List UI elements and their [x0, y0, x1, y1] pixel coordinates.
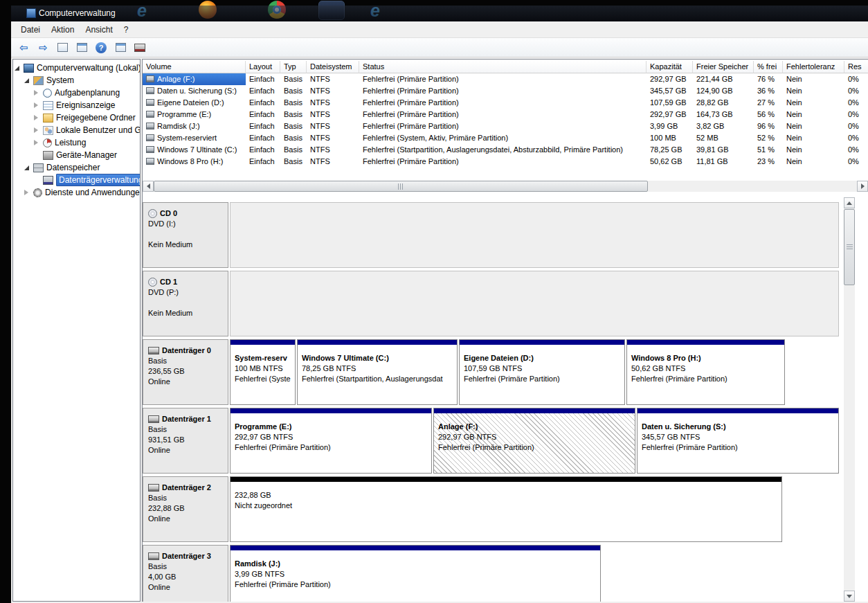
expander-open-icon[interactable]	[24, 75, 32, 85]
column-header-freier-speicher[interactable]: Freier Speicher	[693, 61, 754, 73]
cd0-empty-region[interactable]	[230, 202, 839, 268]
cd0-label[interactable]: CD 0 DVD (I:) Kein Medium	[143, 202, 228, 268]
sidebar-item-datentraegerverwaltung[interactable]: Datenträgerverwaltung	[13, 174, 140, 186]
export-list-icon[interactable]	[55, 41, 69, 55]
column-header-prozent-frei[interactable]: % frei	[754, 61, 783, 73]
expander-closed-icon[interactable]	[34, 125, 42, 135]
sidebar-item-leistung[interactable]: Leistung	[13, 136, 140, 149]
back-icon[interactable]: ⇦	[17, 41, 30, 55]
partition-ramdisk[interactable]: Ramdisk (J:) 3,99 GB NTFS Fehlerfrei (Pr…	[230, 545, 601, 602]
partition-title: Windows 8 Pro (H:)	[631, 353, 781, 363]
region-unallocated[interactable]: 232,88 GB Nicht zugeordnet	[230, 476, 782, 542]
partition-size: 50,62 GB NTFS	[631, 363, 781, 374]
vertical-scrollbar[interactable]	[844, 197, 855, 602]
volume-row-anlage[interactable]: Anlage (F:) Einfach Basis NTFS Fehlerfre…	[143, 73, 868, 85]
sidebar-item-freigegebene-ordner[interactable]: Freigegebene Ordner	[13, 111, 140, 124]
horizontal-scroll-thumb[interactable]	[154, 181, 648, 192]
volume-res: 0%	[844, 144, 868, 156]
volume-row-programme[interactable]: Programme (E:) Einfach Basis NTFS Fehler…	[143, 109, 868, 120]
scroll-down-button[interactable]	[844, 591, 855, 602]
column-header-fehlertoleranz[interactable]: Fehlertoleranz	[783, 61, 844, 73]
partition-title: System-reserv	[235, 353, 292, 363]
scroll-up-button[interactable]	[844, 197, 855, 208]
cd-icon	[148, 209, 157, 218]
volume-row-eigene-dateien[interactable]: Eigene Dateien (D:) Einfach Basis NTFS F…	[143, 97, 868, 109]
partition-windows-8[interactable]: Windows 8 Pro (H:) 50,62 GB NTFS Fehlerf…	[626, 339, 785, 405]
window-titlebar[interactable]: Computerverwaltung	[11, 6, 868, 21]
horizontal-scrollbar[interactable]	[143, 181, 868, 192]
volume-row-windows-8[interactable]: Windows 8 Pro (H:) Einfach Basis NTFS Fe…	[143, 156, 868, 168]
disk2-row: Datenträger 2 Basis 232,88 GB Online 232…	[143, 476, 839, 542]
expander-closed-icon[interactable]	[34, 138, 42, 147]
disk1-label[interactable]: Datenträger 1 Basis 931,51 GB Online	[143, 408, 228, 474]
unallocated-bar	[230, 477, 781, 482]
disk-tool-icon[interactable]	[133, 41, 147, 55]
volume-row-windows-7[interactable]: Windows 7 Ultinate (C:) Einfach Basis NT…	[143, 144, 868, 156]
properties-icon[interactable]	[114, 41, 127, 55]
volume-typ: Basis	[280, 109, 307, 120]
column-header-layout[interactable]: Layout	[246, 61, 280, 73]
disk0-label[interactable]: Datenträger 0 Basis 236,55 GB Online	[143, 339, 228, 405]
primary-partition-bar	[230, 408, 431, 413]
volume-fehlertoleranz: Nein	[783, 73, 844, 85]
window-title: Computerverwaltung	[39, 8, 116, 18]
sidebar-item-system[interactable]: System	[13, 74, 140, 87]
volume-freier-speicher: 52 MB	[693, 132, 754, 144]
partition-programme[interactable]: Programme (E:) 292,97 GB NTFS Fehlerfrei…	[230, 408, 432, 474]
forward-icon[interactable]: ⇨	[36, 41, 50, 55]
volume-dateisystem: NTFS	[307, 85, 359, 97]
sidebar-item-ereignisanzeige[interactable]: Ereignisanzeige	[13, 99, 140, 111]
volume-row-ramdisk[interactable]: Ramdisk (J:) Einfach Basis NTFS Fehlerfr…	[143, 120, 868, 132]
volume-kapazitaet: 100 MB	[647, 132, 693, 144]
menu-help[interactable]: ?	[118, 23, 134, 37]
sidebar-item-datenspeicher[interactable]: Datenspeicher	[13, 161, 140, 174]
expander-closed-icon[interactable]	[24, 188, 32, 197]
disk-graphic-view: CD 0 DVD (I:) Kein Medium CD 1 DVD (P:) …	[143, 193, 844, 602]
volume-layout: Einfach	[246, 85, 280, 97]
column-header-status[interactable]: Status	[359, 61, 647, 73]
sidebar-item-dienste-und-anwendungen[interactable]: Dienste und Anwendungen	[13, 186, 140, 199]
console-tree-icon[interactable]	[75, 41, 89, 55]
volume-row-daten-u-sicherung[interactable]: Daten u. Sicherung (S:) Einfach Basis NT…	[143, 85, 868, 97]
partition-system-reserviert[interactable]: System-reserv 100 MB NTFS Fehlerfrei (Sy…	[230, 339, 296, 405]
sidebar-item-aufgabenplanung[interactable]: Aufgabenplanung	[13, 87, 140, 99]
cd1-label[interactable]: CD 1 DVD (P:) Kein Medium	[143, 271, 228, 336]
sidebar-item-computerverwaltung[interactable]: Computerverwaltung (Lokal)	[13, 62, 140, 74]
menu-ansicht[interactable]: Ansicht	[80, 23, 118, 37]
sidebar-item-lokale-benutzer[interactable]: Lokale Benutzer und Gri	[13, 124, 140, 136]
partition-anlage-selected[interactable]: Anlage (F:) 292,97 GB NTFS Fehlerfrei (P…	[433, 408, 635, 474]
volume-dateisystem: NTFS	[307, 73, 359, 85]
scroll-right-button[interactable]	[857, 181, 868, 192]
expander-closed-icon[interactable]	[34, 100, 42, 110]
column-header-volume[interactable]: Volume	[143, 61, 246, 73]
menu-datei[interactable]: Datei	[15, 23, 46, 37]
expander-open-icon[interactable]	[15, 63, 22, 73]
sidebar-item-geraete-manager[interactable]: Geräte-Manager	[13, 149, 140, 161]
primary-partition-bar	[627, 340, 784, 345]
help-icon[interactable]: ?	[94, 41, 108, 55]
volume-icon	[146, 123, 154, 129]
menu-aktion[interactable]: Aktion	[46, 23, 80, 37]
system-tools-icon	[33, 76, 44, 85]
disk2-label[interactable]: Datenträger 2 Basis 232,88 GB Online	[143, 476, 228, 542]
device-manager-icon	[43, 151, 53, 160]
scroll-left-button[interactable]	[143, 181, 154, 192]
column-header-res[interactable]: Res	[844, 61, 868, 73]
partition-status: Fehlerfrei (Primäre Partition)	[235, 579, 597, 590]
cd1-empty-region[interactable]	[230, 271, 839, 336]
column-header-typ[interactable]: Typ	[280, 61, 307, 73]
partition-daten-u-sicherung[interactable]: Daten u. Sicherung (S:) 345,57 GB NTFS F…	[637, 408, 839, 474]
partition-eigene-dateien[interactable]: Eigene Dateien (D:) 107,59 GB NTFS Fehle…	[459, 339, 625, 405]
expander-open-icon[interactable]	[24, 163, 32, 172]
vertical-scroll-thumb[interactable]	[844, 209, 855, 285]
column-header-dateisystem[interactable]: Dateisystem	[307, 61, 359, 73]
volume-row-system-reserviert[interactable]: System-reserviert Einfach Basis NTFS Feh…	[143, 132, 868, 144]
volume-freier-speicher: 11,81 GB	[693, 156, 754, 168]
disk-media-status: Kein Medium	[148, 240, 224, 250]
expander-closed-icon[interactable]	[34, 88, 42, 98]
expander-closed-icon[interactable]	[34, 113, 42, 123]
column-header-kapazitaet[interactable]: Kapazität	[647, 61, 693, 73]
partition-windows-7[interactable]: Windows 7 Ultimate (C:) 78,25 GB NTFS Fe…	[297, 339, 458, 405]
shared-folders-icon	[43, 114, 53, 123]
disk3-label[interactable]: Datenträger 3 Basis 4,00 GB Online	[143, 545, 228, 602]
